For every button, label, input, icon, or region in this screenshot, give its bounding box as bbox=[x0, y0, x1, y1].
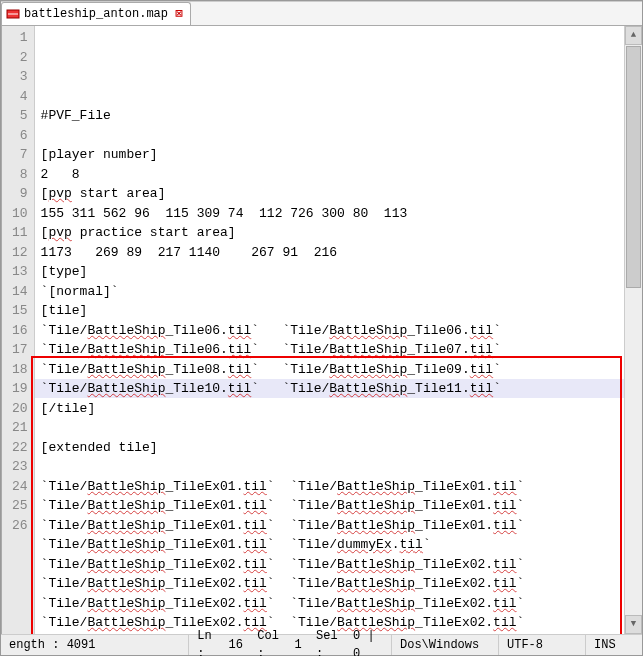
line-number: 2 bbox=[12, 48, 28, 68]
line-number: 5 bbox=[12, 106, 28, 126]
code-line[interactable]: `Tile/BattleShip_TileEx01.til` `Tile/dum… bbox=[41, 535, 618, 555]
code-line[interactable]: `Tile/BattleShip_Tile10.til` `Tile/Battl… bbox=[41, 379, 618, 399]
code-line[interactable]: 1173 269 89 217 1140 267 91 216 bbox=[41, 243, 618, 263]
code-line[interactable]: `Tile/dummyEx.til` bbox=[41, 633, 618, 635]
scrollbar-thumb[interactable] bbox=[626, 46, 641, 288]
code-line[interactable]: [extended tile] bbox=[41, 438, 618, 458]
line-number: 17 bbox=[12, 340, 28, 360]
line-number: 13 bbox=[12, 262, 28, 282]
code-line[interactable]: `Tile/BattleShip_TileEx02.til` `Tile/Bat… bbox=[41, 613, 618, 633]
tab-bar: battleship_anton.map ⊠ bbox=[1, 1, 642, 25]
scroll-down-button[interactable]: ▼ bbox=[625, 615, 642, 634]
line-number: 18 bbox=[12, 360, 28, 380]
code-line[interactable]: #PVF_File bbox=[41, 106, 618, 126]
code-line[interactable]: `Tile/BattleShip_TileEx02.til` `Tile/Bat… bbox=[41, 555, 618, 575]
scroll-up-button[interactable]: ▲ bbox=[625, 26, 642, 45]
file-tab[interactable]: battleship_anton.map ⊠ bbox=[1, 2, 191, 25]
code-line[interactable] bbox=[41, 126, 618, 146]
line-number: 9 bbox=[12, 184, 28, 204]
line-number: 26 bbox=[12, 516, 28, 536]
line-number: 7 bbox=[12, 145, 28, 165]
status-mode: INS bbox=[586, 635, 642, 655]
status-eol: Dos\Windows bbox=[392, 635, 499, 655]
line-number: 21 bbox=[12, 418, 28, 438]
line-number: 11 bbox=[12, 223, 28, 243]
code-line[interactable]: [pvp practice start area] bbox=[41, 223, 618, 243]
code-line[interactable]: 155 311 562 96 115 309 74 112 726 300 80… bbox=[41, 204, 618, 224]
close-icon[interactable]: ⊠ bbox=[172, 5, 186, 23]
line-number: 23 bbox=[12, 457, 28, 477]
line-number: 10 bbox=[12, 204, 28, 224]
line-number: 19 bbox=[12, 379, 28, 399]
line-number: 12 bbox=[12, 243, 28, 263]
status-caret: Ln : 16 Col : 1 Sel : 0 | 0 bbox=[189, 635, 392, 655]
code-line[interactable]: [type] bbox=[41, 262, 618, 282]
code-line[interactable]: [tile] bbox=[41, 301, 618, 321]
code-line[interactable]: `Tile/BattleShip_TileEx01.til` `Tile/Bat… bbox=[41, 516, 618, 536]
code-line[interactable]: `[normal]` bbox=[41, 282, 618, 302]
line-number: 25 bbox=[12, 496, 28, 516]
line-number: 22 bbox=[12, 438, 28, 458]
line-number: 14 bbox=[12, 282, 28, 302]
line-number: 20 bbox=[12, 399, 28, 419]
code-line[interactable]: `Tile/BattleShip_TileEx02.til` `Tile/Bat… bbox=[41, 574, 618, 594]
code-line[interactable]: `Tile/BattleShip_TileEx01.til` `Tile/Bat… bbox=[41, 496, 618, 516]
line-number: 16 bbox=[12, 321, 28, 341]
code-line[interactable]: [pvp start area] bbox=[41, 184, 618, 204]
code-line[interactable] bbox=[41, 418, 618, 438]
line-number: 15 bbox=[12, 301, 28, 321]
status-bar: ength : 4091 Ln : 16 Col : 1 Sel : 0 | 0… bbox=[1, 634, 642, 655]
code-content[interactable]: #PVF_File [player number]2 8[pvp start a… bbox=[35, 26, 624, 634]
line-number: 1 bbox=[12, 28, 28, 48]
code-line[interactable]: `Tile/BattleShip_Tile06.til` `Tile/Battl… bbox=[41, 340, 618, 360]
vertical-scrollbar[interactable]: ▲ ▼ bbox=[624, 26, 642, 634]
tab-label: battleship_anton.map bbox=[24, 5, 168, 23]
line-number: 6 bbox=[12, 126, 28, 146]
code-line[interactable]: [/tile] bbox=[41, 399, 618, 419]
code-line[interactable]: `Tile/BattleShip_TileEx02.til` `Tile/Bat… bbox=[41, 594, 618, 614]
status-encoding: UTF-8 bbox=[499, 635, 586, 655]
code-line[interactable] bbox=[41, 457, 618, 477]
code-line[interactable]: `Tile/BattleShip_Tile08.til` `Tile/Battl… bbox=[41, 360, 618, 380]
code-line[interactable]: `Tile/BattleShip_Tile06.til` `Tile/Battl… bbox=[41, 321, 618, 341]
line-gutter: 1234567891011121314151617181920212223242… bbox=[2, 26, 35, 634]
line-number: 4 bbox=[12, 87, 28, 107]
line-number: 3 bbox=[12, 67, 28, 87]
editor[interactable]: 1234567891011121314151617181920212223242… bbox=[1, 25, 642, 634]
file-icon bbox=[6, 8, 20, 20]
status-length: ength : 4091 bbox=[1, 635, 189, 655]
line-number: 24 bbox=[12, 477, 28, 497]
code-line[interactable]: `Tile/BattleShip_TileEx01.til` `Tile/Bat… bbox=[41, 477, 618, 497]
line-number: 8 bbox=[12, 165, 28, 185]
code-line[interactable]: 2 8 bbox=[41, 165, 618, 185]
code-line[interactable]: [player number] bbox=[41, 145, 618, 165]
